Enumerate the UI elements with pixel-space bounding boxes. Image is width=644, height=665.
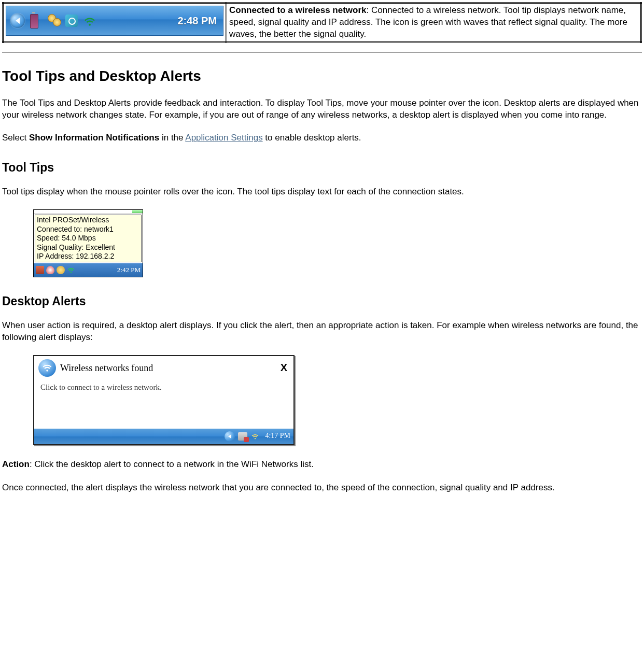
wifi-signal-icon xyxy=(83,15,96,28)
tooltip-taskbar: 2:42 PM xyxy=(34,263,143,277)
shield-icon xyxy=(46,266,54,274)
alert-taskbar: 4:17 PM xyxy=(34,429,293,444)
tooltip-line-3: Speed: 54.0 Mbps xyxy=(37,234,139,243)
alert-close-button[interactable]: X xyxy=(281,361,287,375)
desktop-alert-screenshot: Wireless networks found X Click to conne… xyxy=(33,355,295,445)
final-paragraph: Once connected, the alert displays the w… xyxy=(2,482,642,494)
action-paragraph: Action: Click the desktop alert to conne… xyxy=(2,459,642,471)
application-settings-link[interactable]: Application Settings xyxy=(185,133,262,143)
alert-taskbar-clock: 4:17 PM xyxy=(265,431,290,441)
tray-icon-1 xyxy=(36,266,44,274)
action-text: : Click the desktop alert to connect to … xyxy=(30,459,314,469)
wifi-tray-icon xyxy=(250,432,260,441)
action-label: Action xyxy=(2,459,30,469)
taskbar-clock: 2:48 PM xyxy=(177,14,217,28)
alert-title: Wireless networks found xyxy=(60,362,153,374)
wifi-alert-icon xyxy=(38,359,56,377)
heading-desktop-alerts: Desktop Alerts xyxy=(2,293,642,309)
tooltip-line-2: Connected to: network1 xyxy=(37,225,139,234)
expand-arrow-icon xyxy=(225,431,235,442)
tooltip-taskbar-clock: 2:42 PM xyxy=(117,265,141,275)
icon-description-table: 2:48 PM Connected to a wireless network:… xyxy=(2,2,642,43)
tooltip-balloon: Intel PROSet/Wireless Connected to: netw… xyxy=(35,215,142,262)
wifi-tray-icon xyxy=(67,266,75,274)
network-disconnected-icon xyxy=(238,432,247,441)
tooltip-line-5: IP Address: 192.168.2.2 xyxy=(37,252,139,261)
tray-icon-3 xyxy=(57,266,65,274)
keys-icon xyxy=(48,13,61,29)
enable-paragraph: Select Show Information Notifications in… xyxy=(2,132,642,144)
show-info-notifications-label: Show Information Notifications xyxy=(29,133,159,143)
icon-description: Connected to a wireless network: Connect… xyxy=(227,3,641,43)
tooltip-screenshot: Intel PROSet/Wireless Connected to: netw… xyxy=(33,209,143,277)
heading-tool-tips: Tool Tips xyxy=(2,160,642,176)
heading-tooltips-and-alerts: Tool Tips and Desktop Alerts xyxy=(2,66,642,86)
desktop-alerts-paragraph: When user action is required, a desktop … xyxy=(2,320,642,344)
intro-paragraph: The Tool Tips and Desktop Alerts provide… xyxy=(2,97,642,121)
tooltip-line-1: Intel PROSet/Wireless xyxy=(37,216,139,225)
network-globe-icon xyxy=(65,13,79,29)
expand-arrow-icon xyxy=(10,13,25,28)
description-title: Connected to a wireless network xyxy=(229,5,367,15)
alert-body[interactable]: Click to connect to a wireless network. xyxy=(34,377,293,429)
section-divider xyxy=(2,52,642,53)
tool-tips-paragraph: Tool tips display when the mouse pointer… xyxy=(2,186,642,198)
tooltip-line-4: Signal Quality: Excellent xyxy=(37,243,139,252)
battery-icon xyxy=(30,13,44,29)
taskbar-connected: 2:48 PM xyxy=(6,6,223,36)
